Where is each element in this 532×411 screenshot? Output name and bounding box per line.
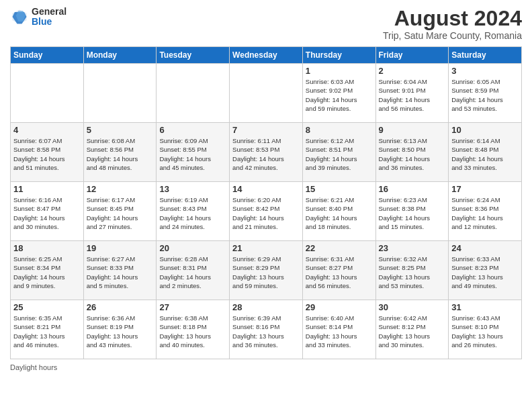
calendar-cell: 23Sunrise: 6:32 AM Sunset: 8:25 PM Dayli… xyxy=(375,241,449,300)
calendar-cell xyxy=(157,64,230,123)
calendar-cell: 28Sunrise: 6:39 AM Sunset: 8:16 PM Dayli… xyxy=(230,300,303,359)
day-number: 4 xyxy=(13,125,81,135)
day-info: Sunrise: 6:25 AM Sunset: 8:34 PM Dayligh… xyxy=(13,255,81,290)
day-number: 5 xyxy=(87,125,154,135)
day-number: 10 xyxy=(451,125,519,135)
logo-icon xyxy=(10,7,29,26)
day-number: 28 xyxy=(232,302,300,312)
day-info: Sunrise: 6:11 AM Sunset: 8:53 PM Dayligh… xyxy=(232,136,300,172)
day-info: Sunrise: 6:12 AM Sunset: 8:51 PM Dayligh… xyxy=(306,136,373,172)
day-number: 18 xyxy=(13,243,81,253)
calendar-cell: 21Sunrise: 6:29 AM Sunset: 8:29 PM Dayli… xyxy=(230,241,303,300)
day-number: 31 xyxy=(451,302,519,312)
main-title: August 2024 xyxy=(383,7,522,30)
day-info: Sunrise: 6:39 AM Sunset: 8:16 PM Dayligh… xyxy=(232,314,300,349)
calendar-cell: 22Sunrise: 6:31 AM Sunset: 8:27 PM Dayli… xyxy=(302,241,375,300)
day-info: Sunrise: 6:03 AM Sunset: 9:02 PM Dayligh… xyxy=(306,77,373,113)
day-info: Sunrise: 6:29 AM Sunset: 8:29 PM Dayligh… xyxy=(232,255,300,290)
calendar-cell: 4Sunrise: 6:07 AM Sunset: 8:58 PM Daylig… xyxy=(11,123,84,182)
calendar-cell: 31Sunrise: 6:43 AM Sunset: 8:10 PM Dayli… xyxy=(449,300,522,359)
page: General Blue August 2024 Trip, Satu Mare… xyxy=(0,0,532,411)
title-block: August 2024 Trip, Satu Mare County, Roma… xyxy=(383,7,522,41)
calendar-cell: 8Sunrise: 6:12 AM Sunset: 8:51 PM Daylig… xyxy=(302,123,375,182)
day-info: Sunrise: 6:09 AM Sunset: 8:55 PM Dayligh… xyxy=(159,136,226,172)
day-number: 27 xyxy=(159,302,226,312)
calendar-cell: 1Sunrise: 6:03 AM Sunset: 9:02 PM Daylig… xyxy=(302,64,375,123)
day-info: Sunrise: 6:14 AM Sunset: 8:48 PM Dayligh… xyxy=(451,136,519,172)
calendar-cell: 29Sunrise: 6:40 AM Sunset: 8:14 PM Dayli… xyxy=(302,300,375,359)
day-number: 15 xyxy=(306,184,373,194)
day-number: 6 xyxy=(159,125,226,135)
day-number: 20 xyxy=(159,243,226,253)
day-info: Sunrise: 6:36 AM Sunset: 8:19 PM Dayligh… xyxy=(87,314,154,349)
day-number: 12 xyxy=(87,184,154,194)
day-info: Sunrise: 6:05 AM Sunset: 8:59 PM Dayligh… xyxy=(451,77,519,113)
header: General Blue August 2024 Trip, Satu Mare… xyxy=(10,7,522,41)
calendar-cell: 5Sunrise: 6:08 AM Sunset: 8:56 PM Daylig… xyxy=(83,123,157,182)
calendar-week-4: 18Sunrise: 6:25 AM Sunset: 8:34 PM Dayli… xyxy=(11,241,522,300)
day-info: Sunrise: 6:04 AM Sunset: 9:01 PM Dayligh… xyxy=(379,77,446,113)
logo-general-text: General xyxy=(32,7,66,17)
calendar-cell: 6Sunrise: 6:09 AM Sunset: 8:55 PM Daylig… xyxy=(157,123,230,182)
day-info: Sunrise: 6:13 AM Sunset: 8:50 PM Dayligh… xyxy=(379,136,446,172)
calendar-cell: 14Sunrise: 6:20 AM Sunset: 8:42 PM Dayli… xyxy=(230,182,303,241)
calendar-cell: 18Sunrise: 6:25 AM Sunset: 8:34 PM Dayli… xyxy=(11,241,84,300)
header-row: Sunday Monday Tuesday Wednesday Thursday… xyxy=(11,47,522,64)
day-info: Sunrise: 6:23 AM Sunset: 8:38 PM Dayligh… xyxy=(379,195,446,231)
calendar-cell: 2Sunrise: 6:04 AM Sunset: 9:01 PM Daylig… xyxy=(375,64,449,123)
calendar-cell: 27Sunrise: 6:38 AM Sunset: 8:18 PM Dayli… xyxy=(157,300,230,359)
calendar-cell: 30Sunrise: 6:42 AM Sunset: 8:12 PM Dayli… xyxy=(375,300,449,359)
calendar-table: Sunday Monday Tuesday Wednesday Thursday… xyxy=(10,46,522,359)
calendar-cell: 24Sunrise: 6:33 AM Sunset: 8:23 PM Dayli… xyxy=(449,241,522,300)
day-number: 1 xyxy=(306,66,373,76)
calendar-cell xyxy=(11,64,84,123)
day-info: Sunrise: 6:27 AM Sunset: 8:33 PM Dayligh… xyxy=(87,255,154,290)
calendar-cell: 11Sunrise: 6:16 AM Sunset: 8:47 PM Dayli… xyxy=(11,182,84,241)
calendar-cell: 3Sunrise: 6:05 AM Sunset: 8:59 PM Daylig… xyxy=(449,64,522,123)
calendar-cell: 16Sunrise: 6:23 AM Sunset: 8:38 PM Dayli… xyxy=(375,182,449,241)
day-number: 21 xyxy=(232,243,300,253)
col-sunday: Sunday xyxy=(11,47,84,64)
day-info: Sunrise: 6:19 AM Sunset: 8:43 PM Dayligh… xyxy=(159,195,226,231)
day-info: Sunrise: 6:20 AM Sunset: 8:42 PM Dayligh… xyxy=(232,195,300,231)
day-number: 17 xyxy=(451,184,519,194)
day-info: Sunrise: 6:42 AM Sunset: 8:12 PM Dayligh… xyxy=(379,314,446,349)
calendar-header: Sunday Monday Tuesday Wednesday Thursday… xyxy=(11,47,522,64)
calendar-cell: 7Sunrise: 6:11 AM Sunset: 8:53 PM Daylig… xyxy=(230,123,303,182)
day-number: 16 xyxy=(379,184,446,194)
day-number: 22 xyxy=(306,243,373,253)
day-info: Sunrise: 6:17 AM Sunset: 8:45 PM Dayligh… xyxy=(87,195,154,231)
day-info: Sunrise: 6:07 AM Sunset: 8:58 PM Dayligh… xyxy=(13,136,81,172)
day-info: Sunrise: 6:40 AM Sunset: 8:14 PM Dayligh… xyxy=(306,314,373,349)
day-number: 19 xyxy=(87,243,154,253)
day-number: 8 xyxy=(306,125,373,135)
day-number: 30 xyxy=(379,302,446,312)
day-number: 29 xyxy=(306,302,373,312)
day-number: 23 xyxy=(379,243,446,253)
day-info: Sunrise: 6:31 AM Sunset: 8:27 PM Dayligh… xyxy=(306,255,373,290)
calendar-cell: 20Sunrise: 6:28 AM Sunset: 8:31 PM Dayli… xyxy=(157,241,230,300)
day-info: Sunrise: 6:32 AM Sunset: 8:25 PM Dayligh… xyxy=(379,255,446,290)
calendar-cell: 25Sunrise: 6:35 AM Sunset: 8:21 PM Dayli… xyxy=(11,300,84,359)
day-number: 9 xyxy=(379,125,446,135)
day-info: Sunrise: 6:08 AM Sunset: 8:56 PM Dayligh… xyxy=(87,136,154,172)
logo-blue-text: Blue xyxy=(32,17,66,27)
day-number: 3 xyxy=(451,66,519,76)
day-info: Sunrise: 6:38 AM Sunset: 8:18 PM Dayligh… xyxy=(159,314,226,349)
calendar-week-5: 25Sunrise: 6:35 AM Sunset: 8:21 PM Dayli… xyxy=(11,300,522,359)
calendar-cell: 10Sunrise: 6:14 AM Sunset: 8:48 PM Dayli… xyxy=(449,123,522,182)
day-number: 11 xyxy=(13,184,81,194)
subtitle: Trip, Satu Mare County, Romania xyxy=(383,30,522,41)
day-number: 25 xyxy=(13,302,81,312)
day-info: Sunrise: 6:35 AM Sunset: 8:21 PM Dayligh… xyxy=(13,314,81,349)
day-number: 2 xyxy=(379,66,446,76)
col-monday: Monday xyxy=(83,47,157,64)
day-number: 26 xyxy=(87,302,154,312)
col-wednesday: Wednesday xyxy=(230,47,303,64)
day-info: Sunrise: 6:16 AM Sunset: 8:47 PM Dayligh… xyxy=(13,195,81,231)
col-tuesday: Tuesday xyxy=(157,47,230,64)
footer: Daylight hours xyxy=(10,363,522,371)
col-saturday: Saturday xyxy=(449,47,522,64)
day-info: Sunrise: 6:21 AM Sunset: 8:40 PM Dayligh… xyxy=(306,195,373,231)
calendar-cell: 9Sunrise: 6:13 AM Sunset: 8:50 PM Daylig… xyxy=(375,123,449,182)
